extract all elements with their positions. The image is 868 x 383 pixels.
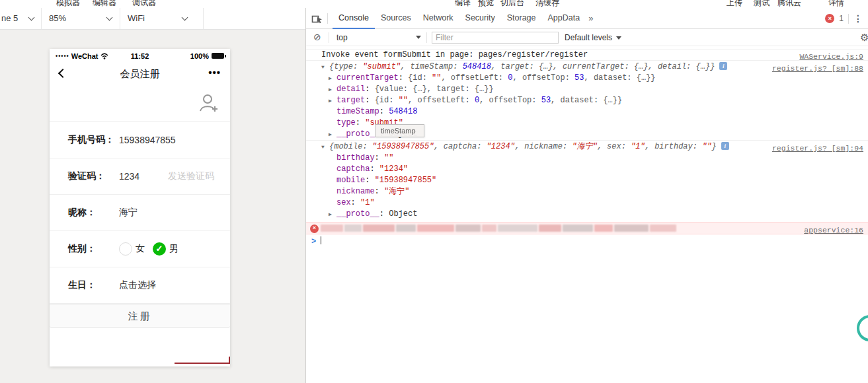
chevron-down-icon <box>28 15 35 21</box>
redacted-error-message <box>498 225 537 232</box>
field-label: 手机号码： <box>68 134 119 146</box>
menu-item[interactable]: 预览 <box>478 0 494 8</box>
disclosure-arrow-icon[interactable]: ▶ <box>329 129 332 140</box>
menu-item[interactable]: 上传 <box>727 0 742 8</box>
radio-female-label[interactable]: 女 <box>136 243 145 255</box>
clock: 11:52 <box>131 52 149 60</box>
chevron-down-icon <box>182 15 188 21</box>
tab-appdata[interactable]: AppData <box>542 8 586 29</box>
device-select[interactable]: ne 5 <box>1 13 18 23</box>
redacted-error-message <box>539 225 561 232</box>
redacted-error-message <box>417 225 454 232</box>
clear-console-icon[interactable]: ⊘ <box>313 32 321 42</box>
hover-tooltip: timeStamp <box>375 124 424 137</box>
network-select[interactable]: WiFi <box>128 13 145 23</box>
disclosure-arrow-icon[interactable]: ▶ <box>329 73 332 84</box>
kebab-menu-icon[interactable]: ⋮ <box>853 13 863 24</box>
console-row-child: birthday: "" <box>306 153 868 164</box>
info-icon[interactable]: i <box>721 142 729 150</box>
birthday-picker[interactable]: 点击选择 <box>119 279 156 291</box>
console-row-child: captcha: "1234" <box>306 164 868 175</box>
console-row-prompt[interactable]: > <box>306 234 868 247</box>
error-count: 1 <box>839 14 844 23</box>
console-row-child: ▶detail: {value: {…}, target: {…}} <box>306 84 868 95</box>
console-prompt-chevron: > <box>311 236 316 248</box>
tab-console[interactable]: Console <box>333 8 375 29</box>
simulator-toolbar: ne 5 85% WiFi <box>0 8 305 30</box>
phone-navbar: 会员注册 ••• <box>50 63 230 85</box>
zoom-select[interactable]: 85% <box>49 13 66 23</box>
carrier-label: WeChat <box>71 52 99 60</box>
captcha-input[interactable]: 1234 <box>119 171 139 182</box>
more-menu-icon[interactable]: ••• <box>208 67 221 78</box>
field-label: 生日： <box>68 279 119 291</box>
error-badge-icon[interactable]: × <box>825 14 834 23</box>
filter-input[interactable] <box>432 32 559 44</box>
menu-item[interactable]: 编辑器 <box>93 0 116 8</box>
menu-item[interactable]: 测试 <box>754 0 769 8</box>
nickname-input[interactable]: 海宁 <box>119 207 138 219</box>
redacted-error-message <box>363 225 395 232</box>
phone-screen: ••••• WeChat 11:52 100% 会员注册 ••• <box>50 49 230 366</box>
radio-male-checked[interactable]: ✓ <box>153 242 166 256</box>
console-message: timeStamp: 548418 <box>336 107 417 116</box>
field-label: 验证码： <box>68 170 119 182</box>
redacted-error-message <box>455 225 481 232</box>
tab-storage[interactable]: Storage <box>501 8 542 29</box>
menu-item[interactable]: 腾讯云 <box>777 0 801 8</box>
console-message: target: {id: "", offsetLeft: 0, offsetTo… <box>336 96 622 105</box>
redacted-error-message <box>614 225 649 232</box>
menu-item[interactable]: 清缓存 <box>535 0 559 8</box>
chevron-down-icon <box>416 36 421 39</box>
mobile-input[interactable]: 15938947855 <box>119 135 176 145</box>
console-message: nickname: "海宁" <box>336 187 409 196</box>
console-message: birthday: "" <box>336 153 393 162</box>
menu-item[interactable]: 切后台 <box>500 0 524 8</box>
tab-sources[interactable]: Sources <box>375 8 417 29</box>
battery-percent: 100% <box>190 52 209 60</box>
info-icon[interactable]: i <box>719 62 727 70</box>
send-captcha-button[interactable]: 发送验证码 <box>168 170 214 182</box>
console-row-error: ×appservice:16 <box>306 222 868 234</box>
settings-gear-icon[interactable]: ⚙ <box>860 32 868 44</box>
console-row-preview: ▼{mobile: "15938947855", captcha: "1234"… <box>306 140 868 153</box>
disclosure-arrow-icon[interactable]: ▼ <box>321 61 325 73</box>
menu-item[interactable]: 详情 <box>828 0 844 8</box>
console-row-child: sex: "1" <box>306 197 868 209</box>
tab-network[interactable]: Network <box>417 8 459 29</box>
tab-security[interactable]: Security <box>459 8 501 29</box>
disclosure-arrow-icon[interactable]: ▶ <box>329 209 332 220</box>
field-nickname: 昵称： 海宁 <box>50 195 230 231</box>
disclosure-arrow-icon[interactable]: ▼ <box>321 141 325 153</box>
console-toolbar: ⊘ top Default levels ⚙ <box>306 29 868 46</box>
divider <box>203 8 204 29</box>
signal-dots-icon: ••••• <box>56 53 69 59</box>
simulator-area: ••••• WeChat 11:52 100% 会员注册 ••• <box>0 30 305 383</box>
chevron-down-icon <box>616 36 621 40</box>
radio-female[interactable] <box>119 242 132 256</box>
more-tabs-chevron[interactable]: » <box>588 9 593 28</box>
field-captcha: 验证码： 1234 发送验证码 <box>50 158 230 195</box>
console-message: __proto__: Object <box>336 209 417 219</box>
divider <box>426 32 427 43</box>
console-row-child: ▶currentTarget: {id: "", offsetLeft: 0, … <box>306 73 868 84</box>
menu-item[interactable]: 调试器 <box>132 0 156 8</box>
add-person-icon[interactable] <box>198 92 219 114</box>
disclosure-arrow-icon[interactable]: ▶ <box>329 95 332 106</box>
redacted-error-message <box>650 225 676 232</box>
disclosure-arrow-icon[interactable]: ▶ <box>329 84 332 95</box>
devtools-tabs: ConsoleSourcesNetworkSecurityStorageAppD… <box>333 8 586 29</box>
field-label: 昵称： <box>68 207 119 219</box>
radio-male-label[interactable]: 男 <box>169 243 178 255</box>
context-selector[interactable]: top <box>336 33 348 42</box>
menu-item[interactable]: 模拟器 <box>56 0 80 8</box>
console-row-child: timeStamp: 548418 <box>306 106 868 118</box>
console-message: captcha: "1234" <box>336 164 408 174</box>
menu-item[interactable]: 编译 <box>455 0 471 8</box>
console-message: Invoke event formSubmit in page: pages/r… <box>321 50 588 59</box>
register-button[interactable]: 注册 <box>50 304 230 328</box>
console-row-child: mobile: "15938947855" <box>306 175 868 186</box>
avatar-upload-row[interactable] <box>50 85 230 122</box>
log-levels-dropdown[interactable]: Default levels <box>565 33 621 42</box>
inspect-element-icon[interactable] <box>311 13 323 24</box>
